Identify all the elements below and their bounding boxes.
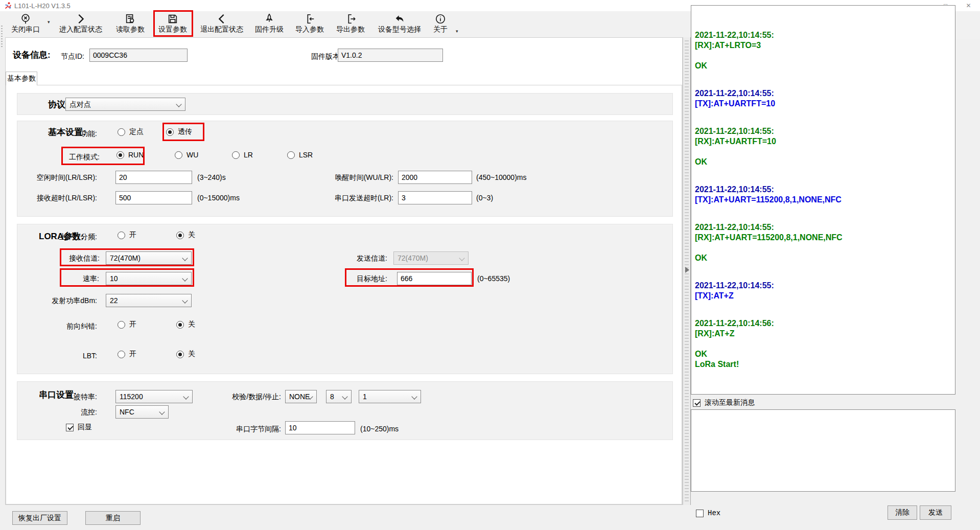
toolbar-button-close-serial[interactable]: 关闭串口	[6, 13, 45, 34]
chevron-right-icon	[75, 13, 86, 25]
restart-button[interactable]: 重启	[85, 511, 141, 525]
radio-icon	[118, 321, 125, 329]
checkbox-icon	[693, 399, 701, 407]
toolbar-label: 导出参数	[336, 25, 365, 34]
rocket-icon	[264, 13, 275, 25]
save-floppy-icon	[167, 13, 178, 25]
radio-fec-on[interactable]: 开	[118, 320, 136, 329]
dropdown-caret-icon[interactable]: ▾	[48, 19, 50, 25]
radio-icon	[287, 151, 295, 159]
toolbar-button-export-params[interactable]: 导出参数	[331, 13, 370, 34]
group-lora-params: LORA参数: 上下行分频: 开 关 接收信道: 72(470M) 发送信道: …	[17, 224, 673, 374]
rate-label: 速率:	[83, 274, 99, 284]
close-button[interactable]: ✕	[957, 0, 980, 11]
radio-icon	[176, 232, 184, 239]
radio-lbt-on[interactable]: 开	[118, 350, 136, 359]
tx-power-select[interactable]: 22	[106, 294, 192, 307]
read-params-icon	[125, 13, 136, 25]
send-input[interactable]	[691, 409, 955, 492]
radio-lbt-off[interactable]: 关	[176, 350, 195, 359]
firmware-version-field[interactable]	[338, 49, 443, 62]
uart-tx-timeout-field[interactable]	[398, 191, 472, 204]
send-button[interactable]: 发送	[920, 505, 951, 520]
app-window: L101-L-H20 V1.3.5 ─ □ ✕ 关闭串口 ▾ 进入配置状态 读取…	[0, 0, 980, 530]
clear-button[interactable]: 清除	[888, 505, 917, 520]
export-arrow-icon	[345, 13, 356, 25]
echo-checkbox[interactable]: 回显	[66, 423, 92, 432]
toolbar-button-read-params[interactable]: 读取参数	[111, 13, 149, 34]
radio-mode-run[interactable]: RUN	[116, 151, 144, 159]
hex-checkbox[interactable]: Hex	[696, 509, 720, 517]
radio-mode-lsr[interactable]: LSR	[287, 151, 313, 159]
radio-icon	[118, 128, 125, 136]
toolbar-button-about[interactable]: 关于	[428, 13, 453, 34]
chevron-left-icon	[216, 13, 227, 25]
group-protocol: 协议选择: 点对点	[17, 93, 673, 115]
protocol-select[interactable]: 点对点	[65, 98, 185, 111]
dropdown-caret-icon[interactable]: ▾	[456, 29, 458, 34]
toolbar-label: 退出配置状态	[200, 25, 243, 34]
target-address-hint: (0~65535)	[477, 274, 510, 283]
back-arrow-icon	[394, 13, 405, 25]
toolbar-label: 导入参数	[295, 25, 324, 34]
parity-select[interactable]: NONE	[285, 390, 317, 403]
radio-fixed-point[interactable]: 定点	[118, 127, 144, 136]
byte-gap-field[interactable]	[285, 421, 355, 434]
toolbar-label: 关于	[433, 25, 448, 34]
panel-splitter[interactable]	[683, 37, 691, 505]
radio-mode-lr[interactable]: LR	[232, 151, 253, 159]
toolbar-button-enter-config[interactable]: 进入配置状态	[53, 13, 108, 34]
wake-time-label: 唤醒时间(WU/LR):	[335, 173, 393, 182]
toolbar-button-set-params[interactable]: 设置参数	[154, 13, 191, 34]
splitter-collapse-icon[interactable]	[685, 267, 689, 273]
rx-channel-label: 接收信道:	[69, 254, 100, 263]
node-id-field[interactable]	[89, 49, 188, 62]
main-panel: 设备信息: 节点ID: 固件版本: 基本参数 协议选择: 点对点 基本设置: 功…	[5, 37, 683, 505]
flow-control-label: 流控:	[81, 408, 97, 417]
serial-settings-title: 串口设置:	[39, 389, 77, 401]
tx-channel-label: 发送信道:	[357, 254, 387, 263]
log-entry: 2021-11-22,10:14:55: [TX]:AT+UARTFT=10	[695, 88, 955, 126]
wake-time-field[interactable]	[398, 171, 472, 184]
stop-bits-select[interactable]: 1	[359, 390, 421, 403]
serial-port-close-icon	[20, 13, 31, 25]
rate-select[interactable]: 10	[106, 272, 192, 285]
rx-channel-select[interactable]: 72(470M)	[106, 251, 192, 265]
toolbar-label: 关闭串口	[11, 25, 40, 34]
node-id-label: 节点ID:	[61, 52, 84, 61]
target-address-field[interactable]	[397, 272, 472, 285]
toolbar-button-device-model-select[interactable]: 设备型号选择	[372, 13, 427, 34]
updown-split-label: 上下行分频:	[59, 233, 97, 242]
idle-time-label: 空闲时间(LR/LSR):	[37, 173, 97, 182]
basic-settings-title: 基本设置:	[48, 126, 86, 138]
parity-data-stop-label: 校验/数据/停止:	[232, 393, 281, 402]
toolbar-button-firmware-upgrade[interactable]: 固件升级	[250, 13, 288, 34]
tab-basic-params[interactable]: 基本参数	[6, 72, 37, 85]
flow-control-select[interactable]: NFC	[115, 405, 169, 419]
work-mode-label: 工作模式:	[69, 153, 100, 162]
rx-timeout-field[interactable]	[115, 191, 192, 204]
rx-timeout-hint: (0~15000)ms	[197, 194, 240, 202]
toolbar-button-import-params[interactable]: 导入参数	[290, 13, 329, 34]
log-entry: 2021-11-22,10:14:55: [RX]:AT+UARTFT=10 O…	[695, 126, 955, 185]
window-title: L101-L-H20 V1.3.5	[14, 2, 71, 10]
wake-time-hint: (450~10000)ms	[476, 173, 526, 181]
tx-channel-select: 72(470M)	[393, 251, 469, 265]
uart-tx-timeout-hint: (0~3)	[476, 194, 493, 202]
toolbar-grip[interactable]	[1, 26, 3, 47]
autoscroll-checkbox[interactable]: 滚动至最新消息	[693, 398, 755, 407]
toolbar-button-exit-config[interactable]: 退出配置状态	[194, 13, 249, 34]
log-output[interactable]: 2021-11-22,10:14:55: [RX]:AT+LRTO=3 OK 2…	[691, 5, 955, 395]
factory-reset-button[interactable]: 恢复出厂设置	[12, 511, 67, 525]
baud-rate-select[interactable]: 115200	[115, 390, 193, 403]
radio-mode-wu[interactable]: WU	[175, 151, 198, 159]
radio-icon	[232, 151, 240, 159]
radio-updown-off[interactable]: 关	[176, 231, 195, 240]
radio-transparent[interactable]: 透传	[166, 127, 192, 136]
idle-time-field[interactable]	[115, 171, 192, 184]
data-bits-select[interactable]: 8	[326, 390, 352, 403]
byte-gap-label: 串口字节间隔:	[236, 425, 281, 434]
radio-updown-on[interactable]: 开	[118, 231, 136, 240]
radio-fec-off[interactable]: 关	[176, 320, 195, 329]
log-entry: 2021-11-22,10:14:56: [RX]:AT+Z OK LoRa S…	[695, 318, 955, 370]
